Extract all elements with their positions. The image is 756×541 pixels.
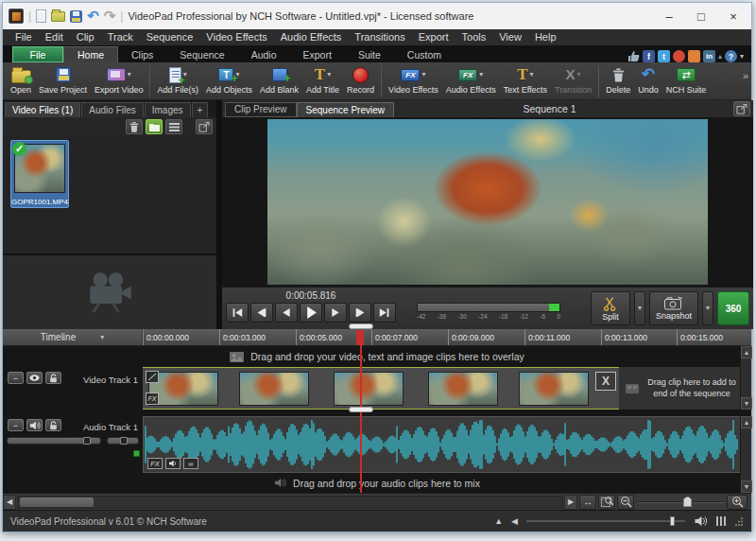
master-volume-slider[interactable]: [526, 515, 685, 527]
bin-tab-video-files[interactable]: Video Files (1): [5, 102, 80, 117]
collapse-ribbon-icon[interactable]: ▴: [718, 52, 722, 61]
audio-drop-zone[interactable]: Drag and drop your audio clips here to m…: [3, 473, 751, 493]
audio-track-mute-button[interactable]: [26, 419, 43, 431]
menu-tools[interactable]: Tools: [455, 29, 493, 45]
tab-sequence[interactable]: Sequence: [166, 46, 237, 62]
bin-add-folder-button[interactable]: [146, 119, 163, 134]
resize-grip[interactable]: [734, 516, 744, 526]
split-button[interactable]: Split: [591, 291, 630, 325]
new-project-icon[interactable]: [36, 9, 46, 23]
open-project-icon[interactable]: [51, 11, 65, 22]
save-project-icon[interactable]: [70, 10, 82, 23]
previous-frame-button[interactable]: [250, 303, 273, 323]
audio-volume-slider[interactable]: [7, 437, 101, 445]
scroll-up-icon[interactable]: ▲: [741, 416, 752, 428]
menu-sequence[interactable]: Sequence: [140, 29, 200, 45]
audio-clip-volume-button[interactable]: [165, 458, 180, 469]
zoom-out-button[interactable]: [617, 495, 634, 510]
snapshot-button[interactable]: Snapshot: [649, 291, 698, 325]
transition-x-icon[interactable]: X: [595, 372, 616, 391]
tab-file[interactable]: File: [12, 46, 63, 62]
scrollbar-thumb[interactable]: [20, 497, 94, 507]
text-effects-button[interactable]: T▾ Text Effects: [500, 64, 551, 98]
add-objects-button[interactable]: T+▾ Add Objects: [202, 64, 256, 98]
volume-min-icon[interactable]: ◀: [511, 516, 518, 526]
menu-help[interactable]: Help: [528, 29, 563, 45]
menu-transitions[interactable]: Transitions: [348, 29, 411, 45]
zoom-slider-thumb[interactable]: [683, 497, 692, 507]
add-blank-button[interactable]: + Add Blank: [256, 64, 302, 98]
timeline-ruler[interactable]: Timeline ▾ 0:00:00.000 0:00:03.000 0:00:…: [3, 329, 751, 346]
audio-track-collapse-button[interactable]: −: [8, 419, 24, 431]
save-project-button[interactable]: Save Project: [35, 64, 91, 98]
menu-export[interactable]: Export: [412, 29, 455, 45]
add-files-button[interactable]: +▾ Add File(s): [153, 64, 202, 98]
scroll-down-icon[interactable]: ▼: [741, 397, 752, 410]
overlay-drop-zone[interactable]: Drag and drop your video, text and image…: [3, 346, 751, 367]
tab-sequence-preview[interactable]: Sequence Preview: [297, 102, 394, 117]
twitter-icon[interactable]: t: [658, 50, 670, 62]
go-to-end-button[interactable]: [373, 303, 396, 323]
dropdown-caret-icon[interactable]: ▾: [421, 71, 425, 79]
split-dropdown[interactable]: ▾: [634, 291, 645, 325]
open-button[interactable]: Open: [7, 64, 35, 98]
go-to-start-button[interactable]: [226, 303, 249, 323]
tab-custom[interactable]: Custom: [394, 46, 455, 62]
redo-icon[interactable]: ↷: [104, 9, 116, 23]
video-track-visibility-button[interactable]: [26, 372, 43, 384]
append-clip-drop-zone[interactable]: Drag clip here to add to end of the sequ…: [619, 367, 742, 410]
snapshot-dropdown[interactable]: ▾: [702, 291, 713, 325]
play-forward-button[interactable]: [324, 303, 347, 323]
delete-button[interactable]: Delete: [602, 64, 634, 98]
audio-clip[interactable]: FX ∞: [143, 416, 742, 473]
audio-effects-button[interactable]: FX▾ Audio Effects: [442, 64, 500, 98]
timeline-mode-dropdown[interactable]: Timeline ▾: [3, 329, 143, 345]
help-icon[interactable]: ?: [725, 50, 737, 62]
scroll-left-button[interactable]: ◀: [3, 495, 16, 510]
menu-view[interactable]: View: [492, 29, 528, 45]
scroll-right-button[interactable]: ▶: [564, 495, 577, 510]
scroll-down-icon[interactable]: ▼: [741, 480, 752, 493]
video-tracks-scrollbar[interactable]: ▲ ▼: [740, 346, 751, 410]
undo-button[interactable]: ↶ Undo: [634, 64, 662, 98]
fade-icon[interactable]: [146, 371, 159, 383]
speaker-icon[interactable]: [694, 515, 708, 527]
play-backward-button[interactable]: [275, 303, 298, 323]
audio-track-lock-button[interactable]: [45, 419, 61, 431]
dropdown-caret-icon[interactable]: ▾: [327, 71, 331, 79]
menu-file[interactable]: File: [9, 29, 39, 45]
dropdown-caret-icon[interactable]: ▾: [128, 71, 131, 79]
playhead-mid-handle[interactable]: [349, 407, 373, 412]
menu-clip[interactable]: Clip: [70, 29, 101, 45]
fit-timeline-button[interactable]: ↔: [579, 495, 596, 510]
export-video-button[interactable]: ▾ Export Video: [91, 64, 146, 98]
tab-home[interactable]: Home: [63, 46, 118, 62]
preview-detach-button[interactable]: [733, 101, 750, 116]
maximize-button[interactable]: □: [685, 3, 717, 29]
dropdown-caret-icon[interactable]: ▾: [479, 71, 483, 79]
bin-clip-gopr1001[interactable]: ✓ GOPR1001.MP4: [10, 140, 69, 208]
360-button[interactable]: 360: [717, 291, 749, 325]
volume-thumb[interactable]: [670, 516, 675, 526]
video-effects-button[interactable]: FX▾ Video Effects: [385, 64, 442, 98]
timeline-scrollbar[interactable]: [17, 496, 563, 509]
record-button[interactable]: Record: [343, 64, 378, 98]
bin-detach-button[interactable]: [196, 119, 213, 134]
tab-clips[interactable]: Clips: [118, 46, 166, 62]
menu-edit[interactable]: Edit: [39, 29, 70, 45]
facebook-icon[interactable]: f: [643, 50, 655, 62]
menu-track[interactable]: Track: [101, 29, 140, 45]
dropdown-caret-icon[interactable]: ▾: [530, 71, 534, 79]
add-title-button[interactable]: T▾ Add Title: [302, 64, 343, 98]
expand-icon[interactable]: ▲: [494, 516, 503, 526]
playhead-top-handle[interactable]: [349, 323, 373, 329]
timeline-zoom-slider[interactable]: [638, 495, 725, 510]
next-frame-button[interactable]: [349, 303, 371, 323]
clip-fx-icon[interactable]: FX: [146, 393, 159, 405]
audio-pan-slider[interactable]: [107, 437, 139, 445]
audio-clip-link-button[interactable]: ∞: [183, 458, 198, 469]
zoom-selection-button[interactable]: [598, 495, 615, 510]
help-caret-icon[interactable]: ▾: [740, 53, 744, 61]
audio-tracks-scrollbar[interactable]: ▲ ▼: [740, 416, 751, 493]
scroll-up-icon[interactable]: ▲: [741, 346, 752, 358]
